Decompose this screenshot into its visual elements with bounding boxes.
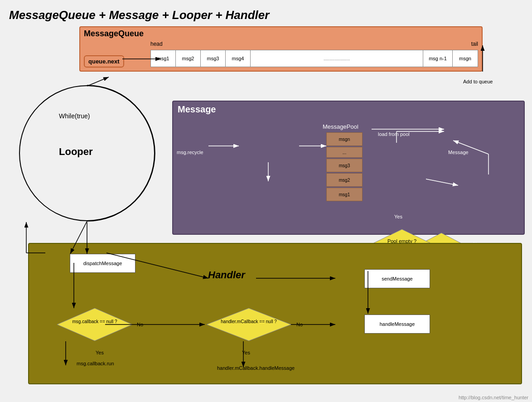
msg-callback-run-label: msg.callback.run bbox=[77, 361, 114, 366]
msg-callback-diamond: msg.callback == null ? bbox=[56, 307, 133, 344]
mq-cell-msg2: msg2 bbox=[176, 50, 201, 67]
messagequeue-section: MessageQueue head tail msg1 msg2 msg3 ms… bbox=[79, 26, 483, 72]
add-to-queue-label: Add to queue bbox=[463, 79, 493, 84]
dispatch-message-box: dispatchMessage bbox=[70, 254, 135, 273]
no-label-handler-mcallback: No bbox=[296, 322, 303, 327]
svg-text:handler.mCallback == null ?: handler.mCallback == null ? bbox=[221, 319, 277, 324]
msg-title: Message bbox=[178, 104, 216, 115]
msgpool-title: MessagePool bbox=[323, 123, 358, 130]
mq-cell-msgn1: msg n-1 bbox=[423, 50, 453, 67]
svg-text:msg.callback == null ?: msg.callback == null ? bbox=[73, 319, 117, 324]
watermark: http://blog.csdn.net/time_hunter bbox=[459, 395, 528, 400]
handler-mcallback-handle-label: handler.mCallback.handleMessage bbox=[217, 365, 295, 371]
mq-title: MessageQueue bbox=[84, 29, 144, 39]
mq-queue-next: queue.next bbox=[84, 55, 124, 68]
svg-line-12 bbox=[87, 77, 109, 86]
handle-message-box: handleMessage bbox=[364, 315, 430, 334]
main-container: MessageQueue + Message + Looper + Handle… bbox=[0, 0, 532, 402]
yes-label-pool-empty: Yes bbox=[394, 214, 402, 219]
mq-cells: msg1 msg2 msg3 msg4 ................... … bbox=[150, 50, 478, 67]
svg-marker-6 bbox=[207, 308, 291, 341]
mq-cell-dots: ................... bbox=[251, 50, 423, 67]
send-message-box: sendMessage bbox=[364, 269, 430, 288]
no-label-msg-callback: No bbox=[137, 322, 143, 327]
pool-cells: msgn ... msg3 msg2 msg1 bbox=[326, 132, 363, 201]
svg-marker-4 bbox=[57, 308, 132, 341]
message-right-label: Message bbox=[448, 150, 469, 155]
looper-label: Looper bbox=[59, 146, 93, 158]
mq-head-label: head bbox=[150, 41, 163, 47]
mq-tail-label: tail bbox=[471, 41, 478, 47]
mq-cell-msg4: msg4 bbox=[226, 50, 251, 67]
message-section: Message msg.recycle Pool full ? No Add t… bbox=[172, 101, 525, 235]
yes-label-msg-callback: Yes bbox=[96, 350, 104, 355]
mq-cell-msg1: msg1 bbox=[151, 50, 176, 67]
while-true-label: While(true) bbox=[59, 112, 90, 120]
yes-label-handler-mcallback: Yes bbox=[242, 350, 250, 355]
handler-mcallback-diamond: handler.mCallback == null ? bbox=[206, 307, 292, 344]
handler-section: Handler dispatchMessage sendMessage msg.… bbox=[28, 243, 522, 384]
mq-cell-msgn: msgn bbox=[453, 50, 478, 67]
page-title: MessageQueue + Message + Looper + Handle… bbox=[9, 8, 269, 22]
handler-title: Handler bbox=[208, 269, 245, 281]
mq-cell-msg3: msg3 bbox=[201, 50, 226, 67]
msg-recycle-label: msg.recycle bbox=[177, 150, 203, 155]
load-from-pool-label: load from pool bbox=[378, 131, 410, 137]
